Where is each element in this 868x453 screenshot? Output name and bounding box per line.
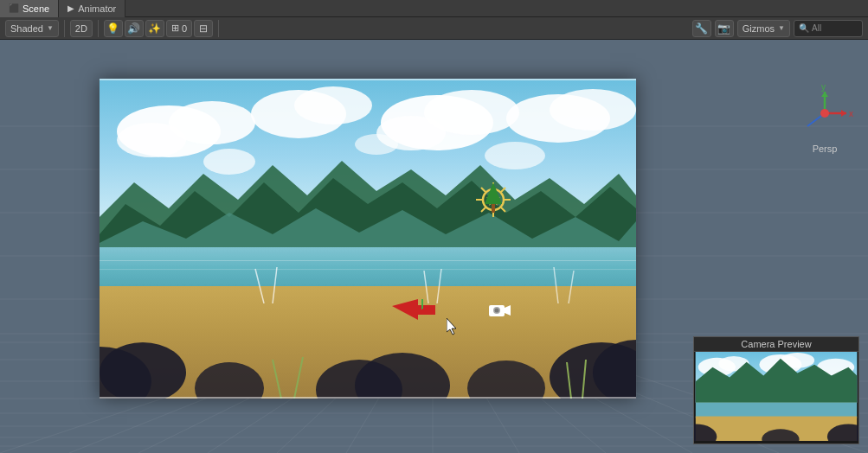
gizmo-overlay: x y Persp bbox=[790, 83, 859, 169]
effects-button[interactable]: ✨ bbox=[145, 20, 164, 37]
scene-canvas bbox=[100, 79, 636, 399]
svg-marker-81 bbox=[505, 305, 511, 316]
camera-button[interactable]: 📷 bbox=[715, 20, 734, 37]
svg-point-83 bbox=[495, 309, 499, 313]
svg-marker-88 bbox=[841, 110, 846, 117]
camera-icon-scene bbox=[487, 302, 511, 322]
animator-tab-label: Animator bbox=[78, 3, 116, 14]
layout-button[interactable]: ⊟ bbox=[194, 20, 213, 37]
camera-preview-title: Camera Preview bbox=[694, 337, 858, 352]
scene-area: x y Persp Camera Preview bbox=[0, 40, 868, 453]
svg-text:y: y bbox=[821, 83, 826, 92]
search-icon: 🔍 bbox=[799, 23, 809, 33]
camera-preview-scene bbox=[694, 352, 858, 441]
layers-button[interactable]: ⊞ 0 bbox=[166, 20, 192, 37]
shading-chevron: ▼ bbox=[47, 24, 54, 32]
svg-rect-79 bbox=[492, 204, 495, 213]
gizmos-label: Gizmos bbox=[743, 23, 775, 34]
audio-button[interactable]: 🔊 bbox=[125, 20, 144, 37]
lighting-button[interactable]: 💡 bbox=[104, 20, 123, 37]
svg-marker-78 bbox=[485, 182, 502, 204]
tools-button[interactable]: 🔧 bbox=[692, 20, 711, 37]
svg-rect-104 bbox=[696, 403, 857, 418]
view-options-group: 💡 🔊 ✨ ⊞ 0 ⊟ bbox=[104, 20, 219, 37]
2d-button[interactable]: 2D bbox=[70, 20, 93, 37]
2d-label: 2D bbox=[75, 23, 87, 34]
toolbar: Shaded ▼ 2D 💡 🔊 ✨ ⊞ 0 ⊟ 🔧 📷 Gizmos ▼ 🔍 A… bbox=[0, 17, 868, 40]
shading-dropdown[interactable]: Shaded ▼ bbox=[5, 20, 59, 37]
ground-bg bbox=[100, 286, 636, 399]
scene-tab-label: Scene bbox=[23, 3, 49, 14]
layers-icon: ⊞ bbox=[171, 22, 179, 34]
gizmos-dropdown[interactable]: Gizmos ▼ bbox=[737, 20, 790, 37]
sky-bg bbox=[100, 79, 636, 271]
shading-group: Shaded ▼ bbox=[5, 20, 65, 37]
tree-object bbox=[485, 182, 502, 220]
search-field[interactable]: 🔍 All bbox=[794, 20, 863, 37]
gizmos-area: 🔧 📷 Gizmos ▼ 🔍 All bbox=[692, 20, 863, 37]
gizmo-widget[interactable]: x y bbox=[794, 83, 855, 144]
gizmos-chevron: ▼ bbox=[778, 24, 785, 32]
view2d-group: 2D bbox=[70, 20, 99, 37]
svg-point-92 bbox=[820, 109, 829, 118]
persp-label: Persp bbox=[813, 144, 838, 154]
flag-object bbox=[392, 299, 435, 323]
svg-marker-90 bbox=[821, 92, 828, 97]
layers-count: 0 bbox=[182, 23, 187, 34]
tab-animator[interactable]: ▶ Animator bbox=[59, 0, 125, 17]
water-bg bbox=[100, 247, 636, 290]
scene-border-bottom bbox=[100, 397, 636, 399]
camera-preview-content bbox=[694, 352, 858, 441]
search-placeholder: All bbox=[812, 23, 821, 33]
tab-scene[interactable]: ⬛ Scene bbox=[0, 0, 59, 17]
svg-text:x: x bbox=[849, 109, 853, 118]
animator-tab-icon: ▶ bbox=[68, 3, 74, 13]
shading-label: Shaded bbox=[10, 23, 43, 34]
camera-preview: Camera Preview bbox=[693, 336, 859, 444]
tab-bar: ⬛ Scene ▶ Animator bbox=[0, 0, 868, 17]
scene-border-top bbox=[100, 79, 636, 80]
scene-tab-icon: ⬛ bbox=[9, 3, 19, 13]
